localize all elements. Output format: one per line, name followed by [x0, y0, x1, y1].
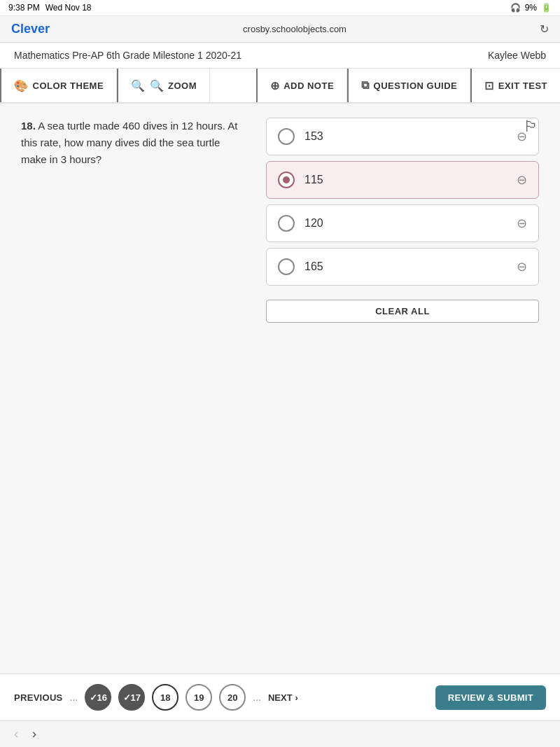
user-name: Kaylee Webb	[488, 50, 546, 61]
color-theme-label: COLOR THEME	[33, 81, 104, 91]
answer-left-a: 153	[278, 128, 323, 145]
question-body: A sea turtle made 460 dives in 12 hours.…	[21, 120, 237, 165]
radio-c[interactable]	[278, 215, 295, 232]
page-num-20: 20	[227, 692, 237, 703]
answer-option-a[interactable]: 153 ⊖	[266, 118, 539, 155]
color-theme-button[interactable]: 🎨 COLOR THEME	[0, 69, 117, 102]
nav-dots-left: ...	[70, 692, 78, 703]
exit-test-button[interactable]: ⊡ EXIT TEST	[470, 69, 560, 102]
answer-value-c: 120	[304, 217, 323, 230]
flag-icon[interactable]: 🏳	[524, 118, 539, 135]
zoom-button[interactable]: 🔍 🔍 ZOOM	[117, 69, 210, 102]
page-bubble-16[interactable]: ✓ 16	[85, 684, 111, 711]
page-bubble-17[interactable]: ✓ 17	[118, 684, 145, 711]
palette-icon: 🎨	[14, 79, 29, 92]
next-label: NEXT	[268, 692, 293, 703]
eliminate-b-icon[interactable]: ⊖	[517, 172, 527, 188]
eliminate-c-icon[interactable]: ⊖	[517, 216, 527, 231]
question-text: 18. A sea turtle made 460 dives in 12 ho…	[21, 118, 245, 168]
check-17: ✓	[123, 692, 131, 703]
question-number: 18.	[21, 120, 36, 132]
answer-value-d: 165	[304, 260, 323, 273]
page-bubble-20[interactable]: 20	[219, 684, 246, 711]
next-chevron-icon: ›	[295, 692, 298, 703]
page-num-17: 17	[131, 692, 141, 703]
page-num-16: 16	[97, 692, 107, 703]
battery-level: 9%	[525, 3, 537, 13]
radio-d[interactable]	[278, 258, 295, 275]
radio-inner-b	[283, 176, 290, 183]
main-content: 🏳 18. A sea turtle made 460 dives in 12 …	[0, 104, 560, 673]
answer-left-d: 165	[278, 258, 323, 275]
page-bubble-18[interactable]: 18	[152, 684, 178, 711]
question-guide-label: QUESTION GUIDE	[374, 81, 458, 91]
question-guide-icon: ⧉	[361, 79, 370, 92]
exit-test-label: EXIT TEST	[498, 81, 547, 91]
exit-icon: ⊡	[484, 79, 494, 92]
eliminate-d-icon[interactable]: ⊖	[517, 259, 527, 274]
zoom-label: ZOOM	[168, 81, 197, 91]
answer-left-b: 115	[278, 172, 323, 188]
add-note-button[interactable]: ⊕ ADD NOTE	[256, 69, 347, 102]
add-note-icon: ⊕	[270, 79, 280, 92]
question-guide-button[interactable]: ⧉ QUESTION GUIDE	[347, 69, 470, 102]
flag-container[interactable]: 🏳	[524, 118, 539, 136]
answers-area: 153 ⊖ 115 ⊖ 120 ⊖	[266, 118, 539, 323]
app-header: Mathematics Pre-AP 6th Grade Milestone 1…	[0, 43, 560, 69]
status-bar: 9:38 PM Wed Nov 18 🎧 9% 🔋	[0, 0, 560, 16]
previous-button[interactable]: PREVIOUS	[14, 692, 63, 703]
clear-all-button[interactable]: CLEAR ALL	[266, 300, 539, 323]
browser-nav: ‹ ›	[0, 720, 560, 747]
review-submit-button[interactable]: REVIEW & SUBMIT	[435, 685, 546, 710]
answer-option-d[interactable]: 165 ⊖	[266, 248, 539, 286]
clever-logo: Clever	[11, 22, 50, 36]
answer-value-b: 115	[304, 174, 323, 186]
answer-left-c: 120	[278, 215, 323, 232]
refresh-button[interactable]: ↻	[540, 22, 549, 36]
add-note-label: ADD NOTE	[284, 81, 334, 91]
page-bubble-19[interactable]: 19	[186, 684, 212, 711]
next-button[interactable]: NEXT ›	[268, 692, 298, 703]
answer-value-a: 153	[304, 130, 323, 143]
headphone-icon: 🎧	[510, 3, 521, 13]
forward-button[interactable]: ›	[32, 727, 36, 741]
toolbar: 🎨 COLOR THEME 🔍 🔍 ZOOM ⊕ ADD NOTE ⧉ QUES…	[0, 69, 560, 104]
status-time: 9:38 PM	[8, 3, 40, 13]
nav-dots-right: ...	[253, 692, 261, 703]
zoom-icon: 🔍	[131, 79, 146, 92]
bottom-nav: PREVIOUS ... ✓ 16 ✓ 17 18 19 20 ... NEXT…	[0, 673, 560, 720]
back-button[interactable]: ‹	[14, 727, 18, 741]
radio-a[interactable]	[278, 128, 295, 145]
zoom-in-icon: 🔍	[150, 79, 164, 92]
browser-url: crosby.schoolobjects.com	[50, 24, 540, 34]
question-area: 18. A sea turtle made 460 dives in 12 ho…	[21, 118, 539, 323]
radio-b[interactable]	[278, 172, 295, 188]
page-num-18: 18	[160, 692, 170, 703]
page-num-19: 19	[194, 692, 204, 703]
answer-option-b[interactable]: 115 ⊖	[266, 161, 539, 199]
battery-icon: 🔋	[541, 3, 552, 13]
status-day: Wed Nov 18	[46, 3, 92, 13]
check-16: ✓	[90, 692, 97, 703]
browser-bar: Clever crosby.schoolobjects.com ↻	[0, 16, 560, 43]
answer-option-c[interactable]: 120 ⊖	[266, 204, 539, 242]
app-title: Mathematics Pre-AP 6th Grade Milestone 1…	[14, 50, 241, 61]
